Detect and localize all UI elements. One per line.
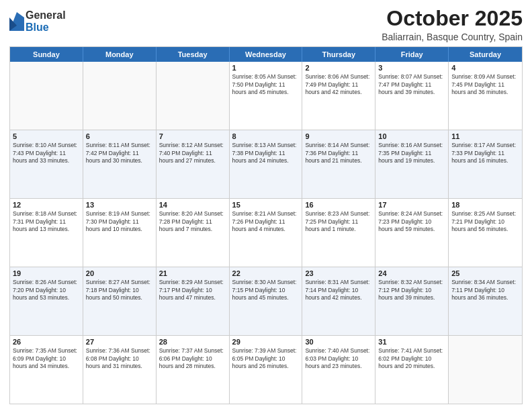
day-info: Sunrise: 8:21 AM Sunset: 7:26 PM Dayligh… [232, 210, 300, 233]
day-number: 19 [13, 269, 80, 277]
day-info: Sunrise: 7:41 AM Sunset: 6:02 PM Dayligh… [378, 347, 445, 370]
day-cell-9: 9Sunrise: 8:14 AM Sunset: 7:36 PM Daylig… [302, 130, 375, 198]
day-number: 9 [305, 132, 372, 140]
day-info: Sunrise: 8:17 AM Sunset: 7:33 PM Dayligh… [451, 142, 519, 165]
header: General Blue October 2025 Baliarrain, Ba… [9, 7, 523, 42]
day-cell-21: 21Sunrise: 8:29 AM Sunset: 7:17 PM Dayli… [157, 267, 230, 335]
calendar-row-0: 1Sunrise: 8:05 AM Sunset: 7:50 PM Daylig… [10, 62, 522, 130]
day-cell-17: 17Sunrise: 8:24 AM Sunset: 7:23 PM Dayli… [375, 199, 449, 267]
day-number: 24 [378, 269, 445, 277]
day-number: 1 [232, 64, 300, 72]
day-info: Sunrise: 8:32 AM Sunset: 7:12 PM Dayligh… [378, 279, 445, 302]
day-cell-22: 22Sunrise: 8:30 AM Sunset: 7:15 PM Dayli… [230, 267, 303, 335]
day-info: Sunrise: 8:05 AM Sunset: 7:50 PM Dayligh… [232, 73, 300, 96]
logo-general: General [26, 9, 66, 21]
day-cell-28: 28Sunrise: 7:37 AM Sunset: 6:06 PM Dayli… [157, 336, 230, 404]
day-number: 31 [378, 338, 445, 346]
day-number: 13 [86, 201, 153, 209]
day-number: 29 [232, 338, 300, 346]
day-info: Sunrise: 8:16 AM Sunset: 7:35 PM Dayligh… [378, 142, 445, 165]
day-info: Sunrise: 8:14 AM Sunset: 7:36 PM Dayligh… [305, 142, 372, 165]
header-day-saturday: Saturday [449, 47, 522, 62]
page: General Blue October 2025 Baliarrain, Ba… [0, 0, 532, 411]
calendar: SundayMondayTuesdayWednesdayThursdayFrid… [9, 46, 523, 404]
day-info: Sunrise: 8:31 AM Sunset: 7:14 PM Dayligh… [305, 279, 372, 302]
day-number: 6 [86, 132, 153, 140]
day-cell-27: 27Sunrise: 7:36 AM Sunset: 6:08 PM Dayli… [83, 336, 157, 404]
day-cell-empty-0-1 [83, 62, 157, 130]
day-info: Sunrise: 8:10 AM Sunset: 7:43 PM Dayligh… [13, 142, 80, 165]
day-cell-16: 16Sunrise: 8:23 AM Sunset: 7:25 PM Dayli… [302, 199, 375, 267]
day-cell-5: 5Sunrise: 8:10 AM Sunset: 7:43 PM Daylig… [10, 130, 83, 198]
header-day-friday: Friday [375, 47, 449, 62]
day-number: 10 [378, 132, 445, 140]
day-number: 17 [378, 201, 445, 209]
calendar-row-4: 26Sunrise: 7:35 AM Sunset: 6:09 PM Dayli… [10, 335, 522, 404]
day-info: Sunrise: 8:11 AM Sunset: 7:42 PM Dayligh… [86, 142, 153, 165]
day-info: Sunrise: 8:34 AM Sunset: 7:11 PM Dayligh… [451, 279, 519, 302]
day-info: Sunrise: 8:12 AM Sunset: 7:40 PM Dayligh… [159, 142, 226, 165]
day-cell-19: 19Sunrise: 8:26 AM Sunset: 7:20 PM Dayli… [10, 267, 83, 335]
day-number: 28 [159, 338, 226, 346]
header-day-thursday: Thursday [302, 47, 375, 62]
day-cell-30: 30Sunrise: 7:40 AM Sunset: 6:03 PM Dayli… [302, 336, 375, 404]
logo-blue: Blue [26, 21, 66, 34]
day-cell-11: 11Sunrise: 8:17 AM Sunset: 7:33 PM Dayli… [449, 130, 522, 198]
calendar-body: 1Sunrise: 8:05 AM Sunset: 7:50 PM Daylig… [10, 62, 522, 404]
day-info: Sunrise: 8:25 AM Sunset: 7:21 PM Dayligh… [451, 210, 519, 233]
header-day-tuesday: Tuesday [157, 47, 230, 62]
day-cell-6: 6Sunrise: 8:11 AM Sunset: 7:42 PM Daylig… [83, 130, 157, 198]
day-info: Sunrise: 8:07 AM Sunset: 7:47 PM Dayligh… [378, 73, 445, 96]
day-cell-empty-4-6 [449, 336, 522, 404]
day-number: 11 [451, 132, 519, 140]
day-number: 12 [13, 201, 80, 209]
day-number: 7 [159, 132, 226, 140]
day-cell-25: 25Sunrise: 8:34 AM Sunset: 7:11 PM Dayli… [449, 267, 522, 335]
header-day-monday: Monday [83, 47, 157, 62]
day-cell-13: 13Sunrise: 8:19 AM Sunset: 7:30 PM Dayli… [83, 199, 157, 267]
day-info: Sunrise: 8:23 AM Sunset: 7:25 PM Dayligh… [305, 210, 372, 233]
day-cell-20: 20Sunrise: 8:27 AM Sunset: 7:18 PM Dayli… [83, 267, 157, 335]
day-number: 5 [13, 132, 80, 140]
calendar-row-2: 12Sunrise: 8:18 AM Sunset: 7:31 PM Dayli… [10, 198, 522, 267]
day-number: 25 [451, 269, 519, 277]
day-info: Sunrise: 7:36 AM Sunset: 6:08 PM Dayligh… [86, 347, 153, 370]
day-number: 20 [86, 269, 153, 277]
day-info: Sunrise: 7:39 AM Sunset: 6:05 PM Dayligh… [232, 347, 300, 370]
day-number: 14 [159, 201, 226, 209]
day-number: 27 [86, 338, 153, 346]
day-cell-15: 15Sunrise: 8:21 AM Sunset: 7:26 PM Dayli… [230, 199, 303, 267]
day-cell-31: 31Sunrise: 7:41 AM Sunset: 6:02 PM Dayli… [375, 336, 449, 404]
day-cell-empty-0-2 [157, 62, 230, 130]
day-cell-1: 1Sunrise: 8:05 AM Sunset: 7:50 PM Daylig… [230, 62, 303, 130]
calendar-header: SundayMondayTuesdayWednesdayThursdayFrid… [10, 47, 522, 62]
day-cell-10: 10Sunrise: 8:16 AM Sunset: 7:35 PM Dayli… [375, 130, 449, 198]
day-cell-2: 2Sunrise: 8:06 AM Sunset: 7:49 PM Daylig… [302, 62, 375, 130]
month-title: October 2025 [382, 7, 523, 30]
day-number: 22 [232, 269, 300, 277]
day-number: 15 [232, 201, 300, 209]
day-number: 23 [305, 269, 372, 277]
logo-icon [9, 12, 24, 31]
day-info: Sunrise: 8:09 AM Sunset: 7:45 PM Dayligh… [451, 73, 519, 96]
day-info: Sunrise: 8:18 AM Sunset: 7:31 PM Dayligh… [13, 210, 80, 233]
day-cell-26: 26Sunrise: 7:35 AM Sunset: 6:09 PM Dayli… [10, 336, 83, 404]
day-cell-14: 14Sunrise: 8:20 AM Sunset: 7:28 PM Dayli… [157, 199, 230, 267]
day-number: 21 [159, 269, 226, 277]
day-number: 16 [305, 201, 372, 209]
day-cell-29: 29Sunrise: 7:39 AM Sunset: 6:05 PM Dayli… [230, 336, 303, 404]
day-number: 3 [378, 64, 445, 72]
day-number: 2 [305, 64, 372, 72]
day-cell-4: 4Sunrise: 8:09 AM Sunset: 7:45 PM Daylig… [449, 62, 522, 130]
day-info: Sunrise: 7:35 AM Sunset: 6:09 PM Dayligh… [13, 347, 80, 370]
calendar-row-1: 5Sunrise: 8:10 AM Sunset: 7:43 PM Daylig… [10, 130, 522, 198]
day-number: 4 [451, 64, 519, 72]
day-info: Sunrise: 8:27 AM Sunset: 7:18 PM Dayligh… [86, 279, 153, 302]
logo-text: General Blue [26, 9, 66, 33]
day-cell-8: 8Sunrise: 8:13 AM Sunset: 7:38 PM Daylig… [230, 130, 303, 198]
calendar-row-3: 19Sunrise: 8:26 AM Sunset: 7:20 PM Dayli… [10, 267, 522, 335]
day-number: 30 [305, 338, 372, 346]
day-number: 8 [232, 132, 300, 140]
location-title: Baliarrain, Basque Country, Spain [382, 32, 523, 42]
day-cell-3: 3Sunrise: 8:07 AM Sunset: 7:47 PM Daylig… [375, 62, 449, 130]
